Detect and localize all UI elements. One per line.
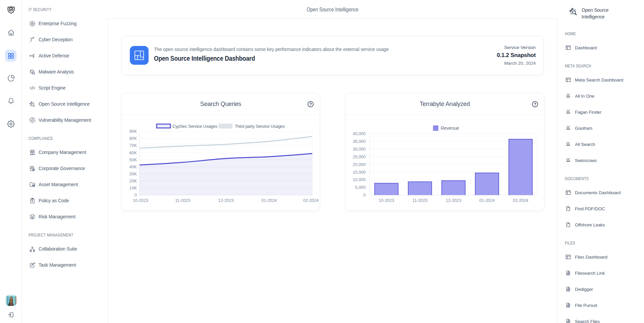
svg-text:90K: 90K: [129, 129, 137, 134]
svg-text:20K: 20K: [129, 179, 137, 183]
svg-text:CypSec Service Usages: CypSec Service Usages: [172, 124, 218, 129]
svg-text:0: 0: [363, 193, 366, 198]
svg-text:30,000: 30,000: [353, 147, 366, 152]
svg-text:11-2023: 11-2023: [413, 198, 428, 203]
svg-text:50K: 50K: [129, 158, 137, 162]
svg-text:80K: 80K: [129, 136, 137, 141]
svg-text:12-2023: 12-2023: [446, 198, 461, 203]
svg-text:10K: 10K: [129, 186, 137, 191]
svg-text:01-2024: 01-2024: [261, 198, 277, 203]
svg-text:10,000: 10,000: [353, 177, 366, 182]
svg-text:25,000: 25,000: [353, 155, 366, 159]
svg-text:60K: 60K: [129, 151, 137, 155]
svg-text:10-2023: 10-2023: [133, 198, 148, 203]
svg-text:01-2024: 01-2024: [479, 198, 495, 203]
svg-text:02-2024: 02-2024: [513, 198, 528, 203]
svg-text:11-2023: 11-2023: [175, 198, 190, 203]
svg-text:20,000: 20,000: [353, 162, 366, 167]
svg-text:Revenue: Revenue: [441, 125, 459, 131]
svg-text:10-2023: 10-2023: [379, 198, 394, 203]
svg-text:30K: 30K: [129, 172, 137, 176]
svg-text:15,000: 15,000: [353, 170, 366, 175]
svg-text:40K: 40K: [129, 165, 137, 169]
svg-text:35,000: 35,000: [353, 139, 366, 144]
svg-text:?: ?: [534, 102, 536, 107]
svg-text:70K: 70K: [129, 143, 137, 148]
svg-text:5,000: 5,000: [355, 185, 366, 190]
svg-text:0: 0: [135, 193, 137, 198]
svg-text:02-2024: 02-2024: [303, 198, 319, 203]
svg-text:?: ?: [309, 102, 312, 107]
svg-text:12-2023: 12-2023: [218, 198, 234, 203]
svg-text:40,000: 40,000: [353, 131, 366, 136]
svg-text:Third party Service Usages: Third party Service Usages: [235, 124, 285, 129]
